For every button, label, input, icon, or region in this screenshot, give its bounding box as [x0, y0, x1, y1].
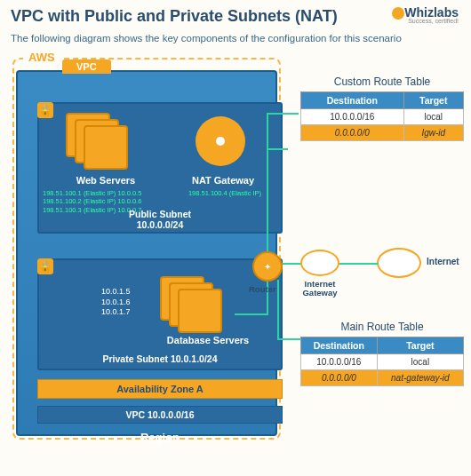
private-subnet-label: Private Subnet 10.0.1.0/24 [39, 353, 281, 364]
rt-header: Target [403, 92, 463, 109]
region-label: Region [37, 431, 283, 444]
internet-gateway-label: Internet Gateway [295, 280, 345, 298]
link-line [277, 338, 300, 340]
private-ip-list: 10.0.1.5 10.0.1.6 10.0.1.7 [101, 287, 131, 318]
router-icon: ✦ [252, 251, 283, 282]
public-subnet-label: Public Subnet10.0.0.0/24 [39, 209, 281, 230]
brand-tagline: Success, certified! [392, 18, 459, 24]
rt-header: Target [377, 337, 463, 354]
database-servers-label: Database Servers [159, 335, 257, 345]
link-line [267, 113, 268, 150]
link-line [338, 263, 379, 265]
web-servers-icon [66, 113, 140, 170]
table-row: 0.0.0.0/0Igw-id [301, 125, 464, 141]
table-row: 10.0.0.0/16local [301, 109, 464, 125]
table-row: 10.0.0.0/16local [301, 354, 464, 370]
router-label: Router [249, 284, 276, 294]
page-subtitle: The following diagram shows the key comp… [0, 29, 471, 51]
lock-icon: 🔒 [37, 102, 53, 118]
route-table-title: Main Route Table [300, 321, 464, 333]
nat-ip: 198.51.100.4 (Elastic IP) [176, 189, 274, 197]
ip-line: 10.0.1.5 [101, 287, 131, 298]
route-table-title: Custom Route Table [300, 75, 464, 88]
nat-gateway-label: NAT Gateway [183, 175, 263, 186]
link-line [267, 148, 288, 150]
custom-route-table: Custom Route Table Destination Target 10… [300, 75, 464, 141]
internet-cloud-icon [377, 248, 421, 278]
nat-gateway-icon [196, 116, 245, 166]
internet-label: Internet [427, 257, 459, 266]
ip-line: 10.0.1.6 [101, 298, 131, 308]
ip-line: 198.51.100.1 (Elastic IP) 10.0.0.5 [43, 189, 141, 197]
diagram-canvas: AWS VPC 🔒 Web Servers NAT Gateway 198.51… [4, 51, 467, 450]
database-servers-icon [160, 276, 235, 333]
main-route-table: Main Route Table Destination Target 10.0… [300, 321, 464, 386]
link-line [281, 263, 302, 265]
brand-logo: Whizlabs Success, certified! [392, 5, 459, 24]
web-servers-label: Web Servers [66, 175, 146, 186]
link-line [267, 113, 299, 115]
vpc-cidr-bar: VPC 10.0.0.0/16 [37, 406, 283, 424]
table-row: 0.0.0.0/0nat-gateway-id [301, 370, 464, 386]
brand-ball-icon [392, 7, 404, 20]
lock-icon: 🔒 [37, 258, 53, 274]
vpc-tab: VPC [62, 60, 111, 74]
rt-header: Destination [301, 337, 378, 354]
link-line [235, 313, 267, 315]
vpc-box: 🔒 Web Servers NAT Gateway 198.51.100.1 (… [16, 70, 277, 436]
link-line [267, 148, 268, 255]
aws-label: AWS [23, 51, 60, 64]
link-line [277, 280, 279, 340]
rt-header: Destination [301, 92, 404, 109]
ip-line: 198.51.100.2 (Elastic IP) 10.0.0.6 [43, 197, 141, 205]
internet-gateway-icon [300, 250, 339, 276]
availability-zone-bar: Availability Zone A [37, 379, 283, 399]
public-subnet-group: 🔒 Web Servers NAT Gateway 198.51.100.1 (… [37, 102, 283, 234]
ip-line: 10.0.1.7 [101, 307, 131, 318]
